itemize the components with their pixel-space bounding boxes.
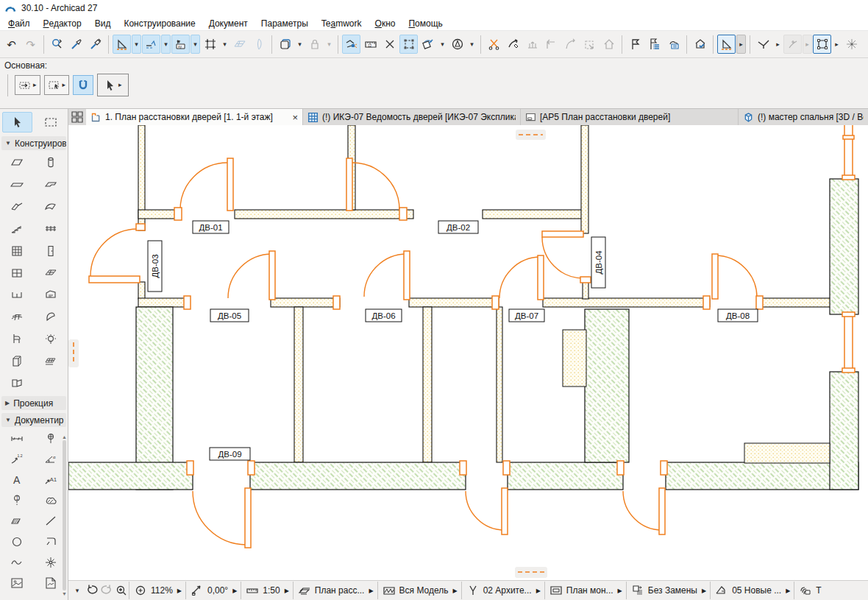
guide-lines-toggle-button[interactable] bbox=[717, 35, 736, 54]
drawing-canvas[interactable]: ДВ-01 ДВ-02 ДВ-03 ДВ-04 ДВ-05 ДВ-06 ДВ-0… bbox=[68, 125, 868, 580]
tool-circle[interactable] bbox=[1, 532, 33, 552]
menu-options[interactable]: Параметры bbox=[255, 16, 315, 30]
tool-skylight[interactable] bbox=[35, 262, 67, 284]
snap-guides-button[interactable] bbox=[142, 35, 160, 54]
tool-corner-window[interactable] bbox=[1, 284, 33, 306]
inject-parameters-button[interactable] bbox=[86, 35, 104, 54]
coordinate-input-button[interactable]: xy: bbox=[171, 35, 190, 54]
zoom-group[interactable]: 112% ▶ bbox=[129, 583, 185, 598]
door-label[interactable]: ДВ-04 bbox=[591, 237, 605, 288]
toolbox-section-views[interactable]: ▶Проекция bbox=[1, 396, 66, 410]
tab-door-schedule[interactable]: (!) ИКЭ-07 Ведомость дверей [ИКЭ-07 Эксп… bbox=[303, 109, 521, 125]
layer-combination-group[interactable]: 05 Новые ... ▶ bbox=[711, 583, 794, 598]
flag-list-button[interactable] bbox=[645, 35, 664, 54]
orientation-dropdown[interactable]: ▾ bbox=[467, 35, 477, 54]
tool-object[interactable] bbox=[35, 284, 67, 306]
marquee-selection-button[interactable]: ▸ bbox=[44, 75, 70, 95]
toolbox-section-design[interactable]: ▼Конструиров bbox=[1, 136, 66, 150]
tool-wall[interactable] bbox=[1, 152, 33, 174]
tab-floor-plan[interactable]: 1. План расстановки дверей [1. 1-й этаж]… bbox=[86, 109, 303, 125]
snap-angle-button[interactable] bbox=[754, 35, 772, 54]
tool-window[interactable] bbox=[1, 262, 33, 284]
renovation-value[interactable]: Без Замены bbox=[648, 585, 697, 596]
scale-group[interactable]: 1:50 ▶ bbox=[241, 583, 293, 598]
tool-spline[interactable] bbox=[1, 552, 33, 573]
toolbox-scrollbar[interactable]: ▲ ▼ bbox=[61, 434, 68, 596]
intersect-button[interactable] bbox=[542, 35, 561, 54]
tool-slab[interactable] bbox=[35, 174, 67, 196]
tool-roof[interactable] bbox=[1, 196, 33, 218]
menu-edit[interactable]: Редактор bbox=[37, 16, 88, 30]
tool-cabinet[interactable] bbox=[1, 350, 33, 373]
menu-help[interactable]: Помощь bbox=[402, 16, 449, 30]
scroll-down-icon[interactable]: ▼ bbox=[62, 591, 67, 596]
floor-plan-drawing[interactable]: ДВ-01 ДВ-02 ДВ-03 ДВ-04 ДВ-05 ДВ-06 ДВ-0… bbox=[68, 125, 868, 580]
fillet-button[interactable] bbox=[561, 35, 580, 54]
truncated-group[interactable]: Т bbox=[794, 583, 825, 598]
forward-view-button[interactable] bbox=[99, 583, 114, 598]
arrow-tool-button[interactable]: ▸ bbox=[97, 74, 129, 96]
tool-arrow[interactable] bbox=[2, 112, 32, 133]
door-label[interactable]: ДВ-06 bbox=[366, 309, 402, 322]
tool-text[interactable]: A bbox=[1, 470, 33, 490]
tool-dimension[interactable] bbox=[1, 428, 33, 449]
tab-close-button[interactable]: × bbox=[292, 112, 298, 123]
teamwork-cloud-button[interactable] bbox=[664, 35, 683, 54]
layer-group[interactable]: План расс... ▶ bbox=[294, 583, 377, 598]
snap-angle-flyout[interactable]: ▸ bbox=[773, 35, 783, 54]
snap-offset-flyout[interactable]: ▸ bbox=[803, 35, 812, 54]
menu-view[interactable]: Вид bbox=[88, 16, 118, 30]
guide-lines-flyout[interactable]: ▸ bbox=[736, 35, 746, 54]
toolbar-overflow-button[interactable]: ▾ bbox=[70, 583, 85, 598]
guide-lines-button[interactable] bbox=[113, 35, 131, 54]
tool-morph[interactable] bbox=[35, 306, 67, 328]
door-label[interactable]: ДВ-07 bbox=[509, 309, 544, 322]
model-view-group[interactable]: План мон... ▶ bbox=[545, 583, 626, 598]
tool-shell[interactable] bbox=[35, 196, 67, 218]
elevation-home-button[interactable] bbox=[600, 35, 618, 54]
snap-points-dropdown[interactable]: ▾ bbox=[220, 35, 230, 54]
door-label[interactable]: ДВ-01 bbox=[193, 221, 229, 233]
transform-button[interactable] bbox=[813, 35, 831, 54]
snap-points-button[interactable] bbox=[201, 35, 219, 54]
tool-railing[interactable] bbox=[35, 218, 67, 240]
scale-value[interactable]: 1:50 bbox=[263, 585, 280, 596]
flag-button[interactable] bbox=[626, 35, 644, 54]
tool-furniture[interactable] bbox=[1, 328, 33, 350]
lock-dropdown[interactable]: ▾ bbox=[324, 35, 334, 54]
door-label[interactable]: ДВ-09 bbox=[210, 448, 250, 460]
find-select-button[interactable] bbox=[48, 35, 66, 54]
orientation-button[interactable] bbox=[448, 35, 466, 54]
door-labels[interactable]: ДВ-01 ДВ-02 ДВ-03 ДВ-04 ДВ-05 ДВ-06 ДВ-0… bbox=[148, 221, 758, 460]
pickup-parameters-button[interactable] bbox=[67, 35, 85, 54]
tool-zone-stamp[interactable]: 1 bbox=[1, 490, 33, 511]
element-snap-button[interactable] bbox=[342, 35, 360, 54]
toolbox-section-document[interactable]: ▼Документир bbox=[1, 413, 66, 427]
undo-button[interactable]: ↶ bbox=[2, 35, 21, 54]
orientation-group[interactable]: 0,00° ▶ bbox=[186, 583, 241, 598]
zoom-in-button[interactable] bbox=[114, 583, 129, 598]
tool-door[interactable] bbox=[35, 240, 67, 262]
group-elements-button[interactable] bbox=[399, 35, 418, 54]
tab-3d-view[interactable]: (!) мастер спальня [3D / Все] bbox=[739, 109, 868, 125]
skewed-grid-button[interactable] bbox=[230, 35, 249, 54]
tool-curtain-wall[interactable] bbox=[1, 240, 33, 262]
tab-overview-button[interactable] bbox=[68, 109, 86, 125]
renovation-group[interactable]: Без Замены ▶ bbox=[627, 583, 710, 598]
scrollbar-thumb[interactable] bbox=[63, 440, 66, 590]
menu-teamwork[interactable]: Teamwork bbox=[315, 16, 369, 30]
relative-construction-button[interactable]: ▸ bbox=[15, 75, 40, 95]
menu-document[interactable]: Документ bbox=[202, 16, 255, 30]
menu-window[interactable]: Окно bbox=[369, 16, 402, 30]
frames-button[interactable] bbox=[276, 35, 294, 54]
tool-lamp[interactable] bbox=[35, 328, 67, 350]
menu-design[interactable]: Конструирование bbox=[117, 16, 202, 30]
measure-button[interactable]: 12 bbox=[361, 35, 380, 54]
rotate-dropdown[interactable]: ▾ bbox=[438, 35, 447, 54]
snap-guides-dropdown[interactable]: ▾ bbox=[161, 35, 171, 54]
split-button[interactable] bbox=[485, 35, 503, 54]
tool-fill[interactable] bbox=[1, 511, 33, 532]
gravity-snap-button[interactable] bbox=[73, 75, 93, 95]
coordinate-input-dropdown[interactable]: ▾ bbox=[191, 35, 200, 54]
zoom-value[interactable]: 112% bbox=[151, 585, 173, 596]
